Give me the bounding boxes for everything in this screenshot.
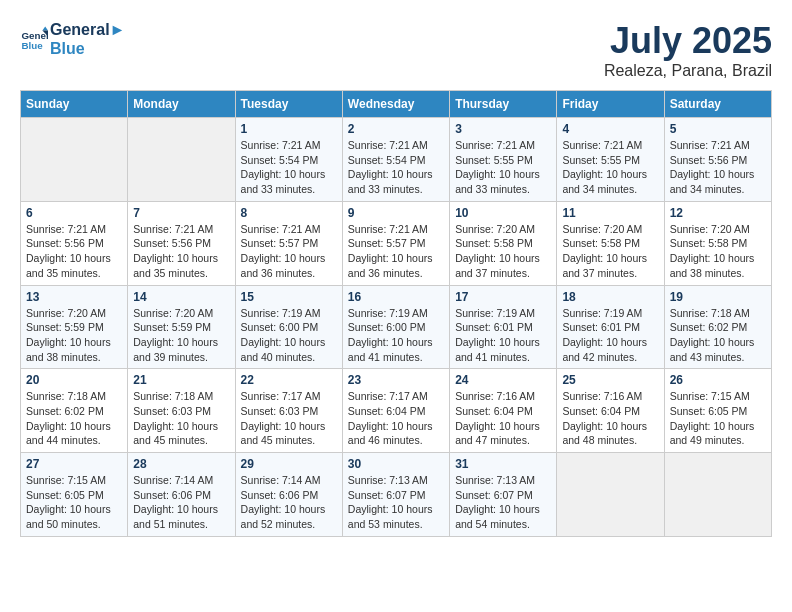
day-number: 2 (348, 122, 444, 136)
month-title: July 2025 (604, 20, 772, 62)
week-row-5: 27Sunrise: 7:15 AMSunset: 6:05 PMDayligh… (21, 453, 772, 537)
day-cell (128, 118, 235, 202)
svg-text:Blue: Blue (21, 40, 43, 51)
day-cell: 27Sunrise: 7:15 AMSunset: 6:05 PMDayligh… (21, 453, 128, 537)
day-cell: 19Sunrise: 7:18 AMSunset: 6:02 PMDayligh… (664, 285, 771, 369)
day-number: 30 (348, 457, 444, 471)
day-detail: Sunrise: 7:21 AMSunset: 5:54 PMDaylight:… (241, 139, 326, 195)
week-row-4: 20Sunrise: 7:18 AMSunset: 6:02 PMDayligh… (21, 369, 772, 453)
day-cell (21, 118, 128, 202)
day-number: 27 (26, 457, 122, 471)
day-detail: Sunrise: 7:18 AMSunset: 6:02 PMDaylight:… (670, 307, 755, 363)
logo-blue: Blue (50, 39, 125, 58)
day-cell: 24Sunrise: 7:16 AMSunset: 6:04 PMDayligh… (450, 369, 557, 453)
day-cell: 2Sunrise: 7:21 AMSunset: 5:54 PMDaylight… (342, 118, 449, 202)
day-detail: Sunrise: 7:20 AMSunset: 5:58 PMDaylight:… (670, 223, 755, 279)
day-number: 18 (562, 290, 658, 304)
day-number: 12 (670, 206, 766, 220)
logo-icon: General Blue (20, 25, 48, 53)
week-row-3: 13Sunrise: 7:20 AMSunset: 5:59 PMDayligh… (21, 285, 772, 369)
day-number: 5 (670, 122, 766, 136)
day-detail: Sunrise: 7:21 AMSunset: 5:57 PMDaylight:… (348, 223, 433, 279)
day-number: 17 (455, 290, 551, 304)
day-detail: Sunrise: 7:20 AMSunset: 5:58 PMDaylight:… (455, 223, 540, 279)
day-detail: Sunrise: 7:17 AMSunset: 6:04 PMDaylight:… (348, 390, 433, 446)
col-header-monday: Monday (128, 91, 235, 118)
day-number: 11 (562, 206, 658, 220)
day-cell: 25Sunrise: 7:16 AMSunset: 6:04 PMDayligh… (557, 369, 664, 453)
day-number: 8 (241, 206, 337, 220)
day-number: 25 (562, 373, 658, 387)
day-detail: Sunrise: 7:19 AMSunset: 6:01 PMDaylight:… (562, 307, 647, 363)
day-number: 15 (241, 290, 337, 304)
day-cell: 12Sunrise: 7:20 AMSunset: 5:58 PMDayligh… (664, 201, 771, 285)
day-detail: Sunrise: 7:16 AMSunset: 6:04 PMDaylight:… (562, 390, 647, 446)
day-cell: 1Sunrise: 7:21 AMSunset: 5:54 PMDaylight… (235, 118, 342, 202)
day-detail: Sunrise: 7:14 AMSunset: 6:06 PMDaylight:… (241, 474, 326, 530)
day-number: 28 (133, 457, 229, 471)
day-cell: 23Sunrise: 7:17 AMSunset: 6:04 PMDayligh… (342, 369, 449, 453)
day-cell: 15Sunrise: 7:19 AMSunset: 6:00 PMDayligh… (235, 285, 342, 369)
day-detail: Sunrise: 7:17 AMSunset: 6:03 PMDaylight:… (241, 390, 326, 446)
day-number: 22 (241, 373, 337, 387)
col-header-wednesday: Wednesday (342, 91, 449, 118)
day-cell: 26Sunrise: 7:15 AMSunset: 6:05 PMDayligh… (664, 369, 771, 453)
day-number: 4 (562, 122, 658, 136)
page-header: General Blue General► Blue July 2025 Rea… (20, 20, 772, 80)
day-detail: Sunrise: 7:20 AMSunset: 5:58 PMDaylight:… (562, 223, 647, 279)
day-detail: Sunrise: 7:16 AMSunset: 6:04 PMDaylight:… (455, 390, 540, 446)
day-number: 7 (133, 206, 229, 220)
day-cell: 11Sunrise: 7:20 AMSunset: 5:58 PMDayligh… (557, 201, 664, 285)
col-header-sunday: Sunday (21, 91, 128, 118)
day-detail: Sunrise: 7:19 AMSunset: 6:00 PMDaylight:… (348, 307, 433, 363)
day-detail: Sunrise: 7:21 AMSunset: 5:55 PMDaylight:… (562, 139, 647, 195)
day-number: 26 (670, 373, 766, 387)
day-number: 13 (26, 290, 122, 304)
day-cell (557, 453, 664, 537)
day-cell: 31Sunrise: 7:13 AMSunset: 6:07 PMDayligh… (450, 453, 557, 537)
day-detail: Sunrise: 7:18 AMSunset: 6:02 PMDaylight:… (26, 390, 111, 446)
calendar-table: SundayMondayTuesdayWednesdayThursdayFrid… (20, 90, 772, 537)
day-cell (664, 453, 771, 537)
day-cell: 14Sunrise: 7:20 AMSunset: 5:59 PMDayligh… (128, 285, 235, 369)
day-number: 21 (133, 373, 229, 387)
day-cell: 16Sunrise: 7:19 AMSunset: 6:00 PMDayligh… (342, 285, 449, 369)
day-number: 29 (241, 457, 337, 471)
day-number: 1 (241, 122, 337, 136)
day-detail: Sunrise: 7:18 AMSunset: 6:03 PMDaylight:… (133, 390, 218, 446)
day-number: 24 (455, 373, 551, 387)
day-number: 23 (348, 373, 444, 387)
week-row-1: 1Sunrise: 7:21 AMSunset: 5:54 PMDaylight… (21, 118, 772, 202)
day-detail: Sunrise: 7:21 AMSunset: 5:55 PMDaylight:… (455, 139, 540, 195)
week-row-2: 6Sunrise: 7:21 AMSunset: 5:56 PMDaylight… (21, 201, 772, 285)
day-cell: 9Sunrise: 7:21 AMSunset: 5:57 PMDaylight… (342, 201, 449, 285)
day-detail: Sunrise: 7:13 AMSunset: 6:07 PMDaylight:… (455, 474, 540, 530)
day-cell: 8Sunrise: 7:21 AMSunset: 5:57 PMDaylight… (235, 201, 342, 285)
day-cell: 13Sunrise: 7:20 AMSunset: 5:59 PMDayligh… (21, 285, 128, 369)
day-number: 10 (455, 206, 551, 220)
day-detail: Sunrise: 7:21 AMSunset: 5:57 PMDaylight:… (241, 223, 326, 279)
logo: General Blue General► Blue (20, 20, 125, 58)
day-cell: 30Sunrise: 7:13 AMSunset: 6:07 PMDayligh… (342, 453, 449, 537)
day-number: 19 (670, 290, 766, 304)
day-detail: Sunrise: 7:19 AMSunset: 6:01 PMDaylight:… (455, 307, 540, 363)
day-detail: Sunrise: 7:21 AMSunset: 5:56 PMDaylight:… (670, 139, 755, 195)
day-detail: Sunrise: 7:14 AMSunset: 6:06 PMDaylight:… (133, 474, 218, 530)
day-detail: Sunrise: 7:21 AMSunset: 5:56 PMDaylight:… (26, 223, 111, 279)
day-cell: 28Sunrise: 7:14 AMSunset: 6:06 PMDayligh… (128, 453, 235, 537)
location: Realeza, Parana, Brazil (604, 62, 772, 80)
day-cell: 29Sunrise: 7:14 AMSunset: 6:06 PMDayligh… (235, 453, 342, 537)
day-cell: 6Sunrise: 7:21 AMSunset: 5:56 PMDaylight… (21, 201, 128, 285)
day-cell: 7Sunrise: 7:21 AMSunset: 5:56 PMDaylight… (128, 201, 235, 285)
day-cell: 17Sunrise: 7:19 AMSunset: 6:01 PMDayligh… (450, 285, 557, 369)
day-detail: Sunrise: 7:15 AMSunset: 6:05 PMDaylight:… (26, 474, 111, 530)
day-cell: 4Sunrise: 7:21 AMSunset: 5:55 PMDaylight… (557, 118, 664, 202)
col-header-tuesday: Tuesday (235, 91, 342, 118)
title-block: July 2025 Realeza, Parana, Brazil (604, 20, 772, 80)
day-detail: Sunrise: 7:20 AMSunset: 5:59 PMDaylight:… (133, 307, 218, 363)
logo-general: General► (50, 20, 125, 39)
day-cell: 22Sunrise: 7:17 AMSunset: 6:03 PMDayligh… (235, 369, 342, 453)
day-detail: Sunrise: 7:21 AMSunset: 5:56 PMDaylight:… (133, 223, 218, 279)
day-number: 9 (348, 206, 444, 220)
day-detail: Sunrise: 7:15 AMSunset: 6:05 PMDaylight:… (670, 390, 755, 446)
